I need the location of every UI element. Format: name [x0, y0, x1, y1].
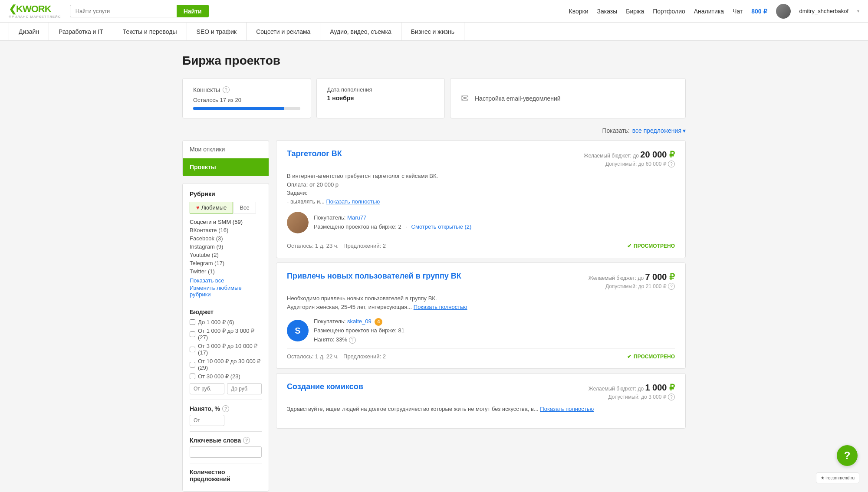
budget-checkbox-3[interactable]: [190, 347, 195, 352]
card-description: Здравствуйте, ищем людей на долгое сотру…: [287, 405, 675, 413]
budget-title: Бюджет: [190, 308, 262, 315]
card-title[interactable]: Привлечь новых пользователей в группу ВК: [287, 272, 461, 281]
budget-checkbox-5[interactable]: [190, 374, 195, 379]
nav-birzha[interactable]: Биржа: [626, 8, 644, 15]
open-projects-link[interactable]: Смотреть открытые (2): [411, 223, 472, 230]
show-label: Показать:: [602, 127, 629, 134]
card-title[interactable]: Создание комиксов: [287, 382, 363, 391]
budget-checkbox-2[interactable]: [190, 331, 195, 337]
keywords-label: Ключевые слова ?: [190, 437, 262, 444]
budget-opt-2[interactable]: От 1 000 ₽ до 3 000 ₽ (27): [190, 328, 262, 341]
check-icon: ✔: [627, 354, 631, 360]
nav-analitika[interactable]: Аналитика: [694, 8, 724, 15]
budget-value: 1 000 ₽: [645, 383, 675, 392]
sidebar-tab-otkliki[interactable]: Мои отклики: [183, 141, 269, 158]
list-item[interactable]: Twitter (1): [190, 267, 262, 276]
sidebar-tabs: Мои отклики Проекты: [182, 140, 269, 176]
connekty-info-icon[interactable]: ?: [223, 86, 230, 93]
budget-info-icon[interactable]: ?: [668, 283, 675, 290]
keywords-input[interactable]: [190, 446, 262, 458]
card-footer: Осталось: 1 д. 23 ч. Предложений: 2 ✔ ПР…: [287, 238, 675, 249]
nav-zakazy[interactable]: Заказы: [597, 8, 618, 15]
budget-opt-5[interactable]: От 30 000 ₽ (23): [190, 373, 262, 380]
price-to-input[interactable]: [227, 383, 262, 394]
nav-kvork[interactable]: Кворки: [569, 8, 589, 15]
reviewed-badge: ✔ ПРОСМОТРЕНО: [627, 354, 675, 360]
show-all-link[interactable]: все предложения: [632, 127, 681, 134]
keywords-info-icon[interactable]: ?: [243, 437, 250, 444]
najato-input[interactable]: [190, 415, 224, 426]
sidebar-tab-projects[interactable]: Проекты: [183, 158, 269, 176]
list-item[interactable]: Соцсети и SMM (59): [190, 218, 262, 226]
cat-audio[interactable]: Аудио, видео, съемка: [320, 23, 401, 41]
budget-info-icon[interactable]: ?: [668, 161, 675, 167]
help-button[interactable]: ?: [837, 445, 858, 466]
project-card: Создание комиксов Желаемый бюджет: до 1 …: [276, 373, 686, 429]
cat-texty[interactable]: Тексты и переводы: [113, 23, 187, 41]
show-full-link[interactable]: Показать полностью: [326, 198, 380, 205]
list-item[interactable]: Instagram (9): [190, 243, 262, 251]
filter-divider: [190, 303, 262, 303]
main-content: Биржа проектов Коннекты ? Осталось 17 из…: [174, 41, 694, 492]
project-card: Таргетолог ВК Желаемый бюджет: до 20 000…: [276, 140, 686, 258]
card-footer: Осталось: 1 д. 22 ч. Предложений: 2 ✔ ПР…: [287, 348, 675, 360]
budget-checkbox-1[interactable]: [190, 319, 195, 325]
budget-desired-label: Желаемый бюджет: до 20 000 ₽: [584, 149, 675, 160]
buyer-name[interactable]: skaite_09: [347, 318, 372, 325]
chevron-down-icon-show: ▾: [683, 127, 686, 134]
kol-label: Количество предложений: [190, 469, 262, 482]
nav-portfolio[interactable]: Портфолио: [653, 8, 685, 15]
list-item[interactable]: Youtube (2): [190, 251, 262, 259]
logo-subtitle: ФРИЛАНС МАРКЕТПЛЕЙС: [9, 15, 61, 19]
filter-divider-4: [190, 463, 262, 463]
buyer-name[interactable]: Maru77: [347, 214, 366, 221]
buyer-badge: 4: [375, 318, 382, 326]
budget-opt-3[interactable]: От 3 000 ₽ до 10 000 ₽ (17): [190, 343, 262, 356]
list-item[interactable]: Telegram (17): [190, 259, 262, 267]
najato-info-icon[interactable]: ?: [222, 405, 229, 412]
widgets-row: Коннекты ? Осталось 17 из 20 Дата пополн…: [182, 78, 686, 118]
top-nav: ❮KWORK ФРИЛАНС МАРКЕТПЛЕЙС Найти Кворки …: [0, 0, 868, 23]
rubric-show-all[interactable]: Показать все: [190, 277, 262, 284]
category-nav: Дизайн Разработка и IT Тексты и переводы…: [0, 23, 868, 41]
projects-list: Таргетолог ВК Желаемый бюджет: до 20 000…: [276, 140, 686, 433]
filter-box: Рубрики ♥Любимые Все Соцсети и SMM (59) …: [182, 183, 269, 492]
balance[interactable]: 800 ₽: [751, 8, 767, 15]
card-budget: Желаемый бюджет: до 20 000 ₽ Допустимый:…: [584, 149, 675, 167]
list-item[interactable]: ВКонтакте (16): [190, 226, 262, 234]
card-description: Необходимо привлечь новых пользователей …: [287, 294, 675, 311]
nav-chat[interactable]: Чат: [733, 8, 743, 15]
card-budget: Желаемый бюджет: до 1 000 ₽ Допустимый: …: [589, 382, 675, 400]
card-budget: Желаемый бюджет: до 7 000 ₽ Допустимый: …: [589, 272, 675, 290]
check-icon: ✔: [627, 243, 631, 249]
card-title[interactable]: Таргетолог ВК: [287, 149, 342, 158]
avatar[interactable]: [776, 4, 791, 19]
budget-info-icon[interactable]: ?: [668, 394, 675, 400]
cat-seo[interactable]: SEO и трафик: [187, 23, 247, 41]
search-button[interactable]: Найти: [177, 5, 209, 17]
cat-dizain[interactable]: Дизайн: [9, 23, 49, 41]
price-from-input[interactable]: [190, 383, 224, 394]
budget-opt-4[interactable]: От 10 000 ₽ до 30 000 ₽ (29): [190, 358, 262, 371]
cat-razrabotka[interactable]: Разработка и IT: [49, 23, 113, 41]
cat-socseti[interactable]: Соцсети и реклама: [247, 23, 320, 41]
date-label: Дата пополнения: [327, 86, 434, 93]
recommend-badge: ★ irecommend.ru: [816, 472, 859, 483]
connekty-title: Коннекты ?: [193, 86, 300, 93]
rubric-tab-all[interactable]: Все: [233, 202, 256, 213]
budget-checkbox-4[interactable]: [190, 362, 195, 367]
show-full-link[interactable]: Показать полностью: [414, 304, 467, 310]
najato-info-icon2[interactable]: ?: [349, 337, 356, 344]
rubric-tab-fav[interactable]: ♥Любимые: [190, 202, 233, 213]
chevron-down-icon[interactable]: ▾: [857, 9, 859, 13]
search-input[interactable]: [70, 5, 177, 17]
show-full-link[interactable]: Показать полностью: [540, 406, 594, 412]
email-widget[interactable]: ✉ Настройка email-уведомлений: [450, 78, 686, 118]
cat-biznes[interactable]: Бизнес и жизнь: [401, 23, 464, 41]
change-fav-link[interactable]: Изменить любимые рубрики: [190, 285, 262, 298]
list-item[interactable]: Facebook (3): [190, 234, 262, 243]
nav-links: Кворки Заказы Биржа Портфолио Аналитика …: [569, 4, 859, 19]
budget-opt-1[interactable]: До 1 000 ₽ (6): [190, 319, 262, 325]
price-range: [190, 383, 262, 394]
show-all-row: Показать: все предложения ▾: [182, 127, 686, 134]
